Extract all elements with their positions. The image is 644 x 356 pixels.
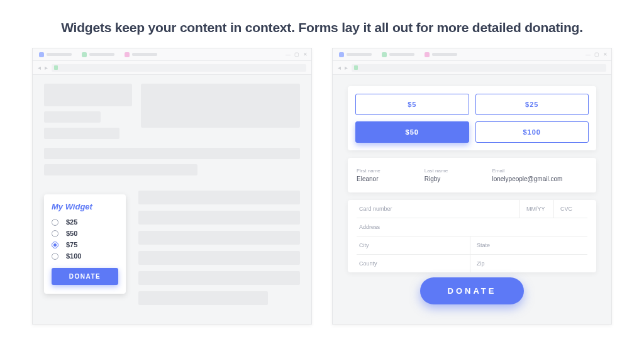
url-input (352, 64, 606, 72)
donation-widget: My Widget $25 $50 $75 $100 DONATE (44, 194, 126, 294)
amount-button[interactable]: $50 (355, 121, 469, 143)
amount-button[interactable]: $5 (355, 94, 469, 115)
field-label: Email (492, 168, 582, 174)
maximize-icon: ▢ (594, 52, 599, 57)
amount-button[interactable]: $100 (475, 121, 589, 143)
browser-tab (422, 51, 460, 58)
amount-option[interactable]: $50 (52, 228, 118, 239)
lock-icon (354, 65, 358, 70)
cvc-input[interactable]: CVC (553, 200, 587, 218)
headline: Widgets keep your content in context. Fo… (0, 0, 644, 48)
widget-title: My Widget (52, 202, 118, 211)
address-input[interactable]: Address (357, 218, 587, 236)
back-icon: ◂ (338, 64, 341, 71)
browser-tab (379, 51, 417, 58)
radio-icon (52, 219, 58, 226)
zip-input[interactable]: Zip (470, 255, 587, 272)
contact-card: First name Eleanor Last name Rigby Email… (348, 158, 596, 192)
radio-icon (52, 253, 58, 260)
field-value: lonelypeople@gmail.com (492, 175, 582, 182)
payment-card: Card number MM/YY CVC Address City State… (348, 200, 596, 272)
city-input[interactable]: City (357, 236, 470, 254)
minimize-icon: — (586, 52, 591, 57)
last-name-field[interactable]: Last name Rigby (418, 164, 486, 186)
first-name-field[interactable]: First name Eleanor (357, 164, 418, 186)
close-icon: ✕ (603, 52, 608, 57)
field-label: Last name (425, 168, 481, 174)
amount-option[interactable]: $100 (52, 250, 118, 262)
amount-button[interactable]: $25 (475, 94, 589, 115)
radio-icon (52, 242, 58, 248)
field-value: Eleanor (357, 175, 413, 182)
lock-icon (54, 65, 58, 70)
form-donate-button[interactable]: DONATE (420, 277, 525, 304)
tab-strip: —▢✕ (333, 48, 611, 61)
amount-option[interactable]: $25 (52, 216, 118, 228)
forward-icon: ▸ (345, 64, 348, 71)
url-input (52, 64, 306, 72)
widget-donate-button[interactable]: DONATE (52, 268, 118, 285)
amount-label: $75 (66, 241, 77, 248)
minimize-icon: — (286, 52, 291, 57)
close-icon: ✕ (303, 52, 308, 57)
amount-label: $25 (66, 218, 77, 226)
browser-tab (122, 51, 160, 58)
tab-strip: —▢✕ (33, 48, 311, 61)
url-bar: ◂ ▸ (33, 61, 311, 75)
card-number-input[interactable]: Card number (357, 200, 519, 218)
state-input[interactable]: State (470, 236, 587, 254)
expiry-input[interactable]: MM/YY (519, 200, 553, 218)
amount-label: $50 (66, 230, 77, 237)
email-field[interactable]: Email lonelypeople@gmail.com (486, 164, 587, 186)
browser-tab (336, 51, 374, 58)
field-label: First name (357, 168, 413, 174)
maximize-icon: ▢ (294, 52, 299, 57)
amount-card: $5 $25 $50 $100 (348, 86, 596, 150)
county-input[interactable]: County (357, 255, 470, 272)
back-icon: ◂ (38, 64, 41, 71)
window-controls: —▢✕ (286, 52, 308, 57)
form-browser-mock: —▢✕ ◂ ▸ $5 $25 $50 $100 (332, 48, 612, 325)
comparison-panels: —▢✕ ◂ ▸ My Widget (0, 48, 644, 325)
forward-icon: ▸ (45, 64, 48, 71)
field-value: Rigby (425, 175, 481, 182)
window-controls: —▢✕ (586, 52, 608, 57)
url-bar: ◂ ▸ (333, 61, 611, 75)
radio-icon (52, 230, 58, 237)
amount-label: $100 (66, 252, 81, 260)
amount-option[interactable]: $75 (52, 239, 118, 250)
browser-tab (36, 51, 74, 58)
widget-browser-mock: —▢✕ ◂ ▸ My Widget (32, 48, 312, 325)
browser-tab (79, 51, 117, 58)
